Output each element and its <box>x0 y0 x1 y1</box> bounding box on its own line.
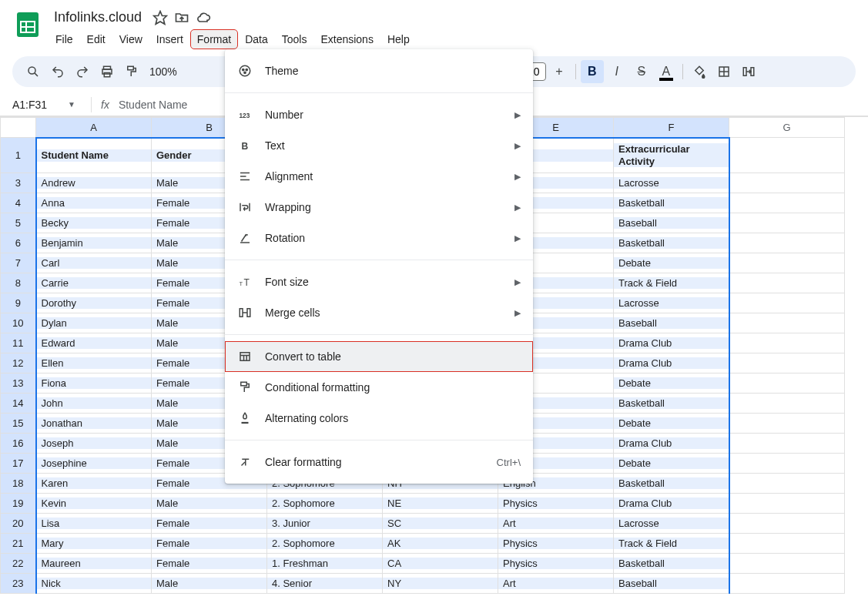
cell[interactable]: Physics <box>498 558 613 569</box>
cell[interactable]: Fiona <box>37 377 152 389</box>
menu-item-theme[interactable]: Theme <box>225 55 533 86</box>
star-icon[interactable] <box>152 10 168 25</box>
row-header[interactable]: 20 <box>1 514 36 534</box>
menu-item-alignment[interactable]: Alignment▶ <box>225 161 533 192</box>
menu-view[interactable]: View <box>113 30 149 49</box>
row-header[interactable]: 14 <box>1 394 36 414</box>
cell[interactable]: Basketball <box>614 558 729 569</box>
col-header-F[interactable]: F <box>614 118 729 138</box>
cell[interactable]: Female <box>152 538 266 549</box>
row-header[interactable]: 18 <box>1 474 36 494</box>
row-header[interactable]: 1 <box>1 138 36 173</box>
menu-item-merge-cells[interactable]: Merge cells▶ <box>225 297 533 328</box>
cell[interactable]: AK <box>383 538 498 549</box>
text-color-button[interactable]: A <box>655 60 678 83</box>
row-header[interactable]: 21 <box>1 534 36 554</box>
menu-item-convert-to-table[interactable]: Convert to table <box>225 341 533 372</box>
cell[interactable]: Lisa <box>37 518 152 529</box>
cell[interactable]: Female <box>152 518 266 529</box>
cell[interactable]: 3. Junior <box>267 518 382 529</box>
cell[interactable]: Dylan <box>37 317 152 329</box>
cell[interactable]: Benjamin <box>37 237 152 249</box>
name-box[interactable]: A1:F31 ▼ <box>12 99 82 111</box>
row-header[interactable]: 17 <box>1 454 36 474</box>
select-all-corner[interactable] <box>1 118 36 138</box>
cell[interactable]: Lacrosse <box>614 297 729 309</box>
cell[interactable]: Lacrosse <box>614 177 729 189</box>
cell[interactable]: Track & Field <box>614 538 729 549</box>
row-header[interactable]: 12 <box>1 353 36 373</box>
cell[interactable]: Jonathan <box>37 417 152 429</box>
cell[interactable]: Basketball <box>614 397 729 409</box>
font-size-increase[interactable]: + <box>548 60 571 83</box>
cell[interactable]: John <box>37 397 152 409</box>
row-header[interactable]: 7 <box>1 253 36 273</box>
cell[interactable]: Basketball <box>614 197 729 209</box>
cell[interactable]: Baseball <box>614 317 729 329</box>
move-icon[interactable] <box>174 10 189 25</box>
row-header[interactable]: 22 <box>1 554 36 574</box>
cell[interactable]: Drama Club <box>614 437 729 449</box>
cell[interactable]: Karen <box>37 477 152 489</box>
menu-item-number[interactable]: 123Number▶ <box>225 99 533 130</box>
row-header[interactable]: 11 <box>1 333 36 353</box>
row-header[interactable]: 6 <box>1 233 36 253</box>
cell[interactable]: Dorothy <box>37 297 152 309</box>
row-header[interactable]: 13 <box>1 373 36 394</box>
menu-extensions[interactable]: Extensions <box>314 30 379 49</box>
cell[interactable]: 4. Senior <box>267 578 382 589</box>
menu-item-font-size[interactable]: TTFont size▶ <box>225 266 533 297</box>
cell[interactable]: Anna <box>37 197 152 209</box>
row-header[interactable]: 4 <box>1 193 36 213</box>
cell[interactable]: Drama Club <box>614 337 729 349</box>
cell[interactable]: Maureen <box>37 558 152 569</box>
cell[interactable]: Kevin <box>37 497 152 509</box>
cell[interactable]: Debate <box>614 417 729 429</box>
menu-data[interactable]: Data <box>239 30 274 49</box>
row-header[interactable]: 10 <box>1 313 36 333</box>
row-header[interactable]: 5 <box>1 213 36 233</box>
cell[interactable]: Becky <box>37 217 152 229</box>
menu-item-alternating-colors[interactable]: Alternating colors <box>225 403 533 434</box>
row-header[interactable]: 9 <box>1 293 36 313</box>
row-header[interactable]: 3 <box>1 173 36 193</box>
menu-item-rotation[interactable]: Rotation▶ <box>225 223 533 253</box>
cell[interactable]: Edward <box>37 337 152 349</box>
cell[interactable]: Physics <box>498 538 613 549</box>
undo-icon[interactable] <box>46 60 69 83</box>
cell[interactable]: Male <box>152 578 266 589</box>
cloud-icon[interactable] <box>196 10 211 25</box>
cell[interactable]: 1. Freshman <box>267 558 382 569</box>
cell[interactable]: Carrie <box>37 277 152 289</box>
redo-icon[interactable] <box>71 60 94 83</box>
chevron-down-icon[interactable]: ▼ <box>68 100 75 109</box>
col-header-A[interactable]: A <box>36 118 152 138</box>
row-header[interactable]: 16 <box>1 434 36 454</box>
cell[interactable]: Debate <box>614 257 729 269</box>
search-icon[interactable] <box>22 60 45 83</box>
cell[interactable]: Extracurricular Activity <box>614 143 729 167</box>
menu-help[interactable]: Help <box>381 30 416 49</box>
menu-item-clear-formatting[interactable]: Clear formattingCtrl+\ <box>225 447 533 477</box>
col-header-G[interactable]: G <box>729 118 845 138</box>
cell[interactable]: NE <box>383 497 498 509</box>
bold-button[interactable]: B <box>581 60 604 83</box>
menu-file[interactable]: File <box>49 30 79 49</box>
cell[interactable]: Basketball <box>614 477 729 489</box>
cell[interactable]: Mary <box>37 538 152 549</box>
cell[interactable]: Baseball <box>614 578 729 589</box>
cell[interactable]: Physics <box>498 497 613 509</box>
print-icon[interactable] <box>96 60 119 83</box>
cell[interactable]: Lacrosse <box>614 518 729 529</box>
cell[interactable]: Drama Club <box>614 357 729 369</box>
zoom-select[interactable]: 100% <box>145 65 182 78</box>
paint-format-icon[interactable] <box>120 60 143 83</box>
menu-item-wrapping[interactable]: Wrapping▶ <box>225 192 533 223</box>
cell[interactable]: Josephine <box>37 457 152 469</box>
menu-edit[interactable]: Edit <box>81 30 112 49</box>
menu-item-conditional-formatting[interactable]: Conditional formatting <box>225 372 533 403</box>
cell[interactable]: NY <box>383 578 498 589</box>
row-header[interactable]: 23 <box>1 574 36 594</box>
cell[interactable]: Ellen <box>37 357 152 369</box>
menu-insert[interactable]: Insert <box>150 30 189 49</box>
